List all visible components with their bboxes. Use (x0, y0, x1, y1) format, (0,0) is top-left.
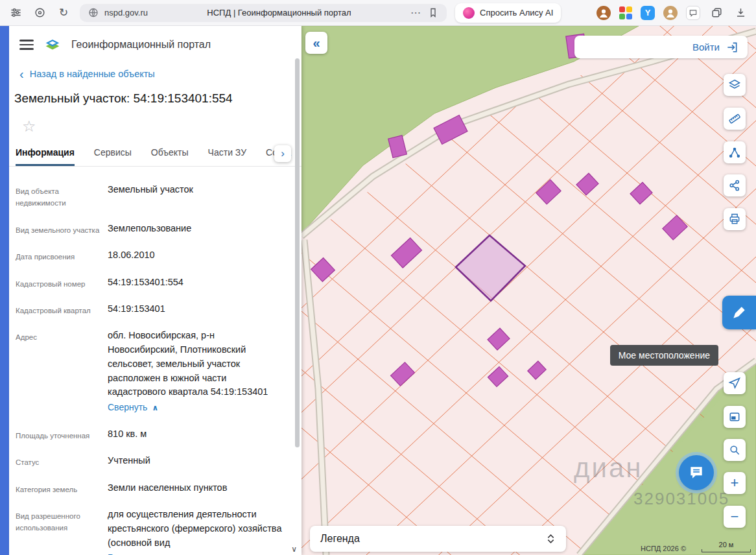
my-location-tooltip: Мое местоположение (610, 345, 718, 366)
portal-title: Геоинформационный портал (71, 39, 211, 51)
tab-scroll-right-button[interactable]: › (274, 145, 291, 162)
field-label: Категория земель (16, 481, 108, 495)
tab-objects[interactable]: Объекты (151, 147, 189, 166)
collapse-address-link[interactable]: Свернуть ∧ (108, 401, 158, 414)
login-button[interactable]: Войти (574, 36, 748, 58)
expander-chevrons-icon (546, 532, 556, 545)
my-location-button[interactable] (724, 372, 746, 394)
attribute-list: Вид объекта недвижимости Земельный участ… (9, 167, 301, 555)
ask-alice-button[interactable]: Спросить Алису AI (455, 3, 561, 23)
inset-frame-icon (728, 410, 741, 423)
field-label: Вид разрешенного использования (16, 508, 108, 555)
ruler-button[interactable] (724, 108, 746, 130)
table-row: Вид объекта недвижимости Земельный участ… (9, 183, 301, 209)
field-value: обл. Новосибирская, р-н Новосибирский, П… (108, 329, 285, 415)
table-row: Дата присвоения 18.06.2010 (9, 248, 301, 263)
table-row: Вид земельного участка Землепользование (9, 222, 301, 236)
browser-extensions: Y (597, 5, 748, 21)
table-row: Кадастровый номер 54:19:153401:554 (9, 276, 301, 290)
download-icon[interactable] (733, 5, 748, 21)
expand-usage-link[interactable]: Развернуть ∨ (108, 551, 167, 555)
field-label: Дата присвоения (16, 248, 108, 263)
comment-extension-icon[interactable] (686, 6, 700, 20)
left-edge-strip (0, 26, 9, 555)
login-icon (726, 41, 738, 54)
table-row: Площадь уточненная 810 кв. м (9, 427, 301, 442)
navigation-arrow-icon (728, 377, 741, 390)
menu-icon[interactable] (19, 38, 34, 51)
print-icon (728, 213, 741, 226)
map-watermark-text: диан (574, 453, 643, 484)
angle-measure-button[interactable] (724, 141, 746, 163)
site-globe-icon (88, 5, 99, 21)
browser-tune-icon[interactable] (8, 5, 23, 21)
page-title: Земельный участок: 54:19:153401:554 (14, 91, 286, 106)
bookmark-icon[interactable] (427, 5, 439, 21)
legend-toggle[interactable]: Легенда (310, 526, 566, 552)
map-attribution: НСПД 2026 © (641, 545, 686, 552)
alice-logo-icon (463, 7, 475, 19)
back-to-results-link[interactable]: ‹ Назад в найденные объекты (19, 69, 155, 79)
field-value: Землепользование (108, 222, 285, 236)
field-label: Адрес (16, 329, 108, 415)
tab-information[interactable]: Информация (16, 147, 75, 166)
overflow-icon[interactable]: ⋯ (410, 6, 421, 19)
field-value: 18.06.2010 (108, 248, 285, 263)
scroll-down-icon[interactable]: ∨ (291, 545, 297, 554)
collapse-panel-button[interactable]: « (305, 32, 327, 54)
chevron-left-icon: ‹ (19, 69, 24, 78)
scale-bar: 20 м (702, 541, 751, 552)
field-label: Кадастровый квартал (16, 302, 108, 316)
browser-profile-ring-icon[interactable] (32, 5, 47, 21)
caret-down-icon: ∨ (160, 552, 167, 555)
overview-map-button[interactable] (724, 406, 746, 428)
map-watermark-number: 329031005 (633, 489, 729, 509)
feedback-chat-button[interactable] (679, 455, 714, 490)
ruler-icon (728, 112, 741, 125)
palette-icon[interactable] (619, 6, 632, 19)
field-value: Земли населенных пунктов (108, 481, 285, 495)
url-text: nspd.gov.ru (104, 8, 148, 18)
tab-services[interactable]: Сервисы (94, 147, 132, 166)
magnifier-icon (728, 443, 741, 456)
browser-toolbar: ↻ nspd.gov.ru НСПД | Геоинформационный п… (0, 0, 756, 26)
tabs-icon[interactable] (709, 5, 724, 21)
table-row: Кадастровый квартал 54:19:153401 (9, 302, 301, 316)
nspd-logo-icon[interactable] (44, 36, 61, 53)
pen-icon (731, 304, 748, 321)
tab-bar: Информация Сервисы Объекты Части ЗУ Сост… (9, 139, 301, 167)
extension-avatar-icon[interactable] (597, 6, 611, 20)
field-value: для осуществления деятельности крестьянс… (108, 508, 285, 555)
field-value: Земельный участок (108, 183, 285, 209)
tab-parcel-parts[interactable]: Части ЗУ (208, 147, 246, 166)
table-row: Вид разрешенного использования для осуще… (9, 508, 301, 555)
object-info-panel: Геоинформационный портал ‹ Назад в найде… (9, 26, 301, 555)
chat-bubble-icon (688, 464, 705, 481)
yandex-extension-icon[interactable]: Y (641, 6, 655, 20)
field-label: Кадастровый номер (16, 276, 108, 290)
address-bar[interactable]: nspd.gov.ru НСПД | Геоинформационный пор… (80, 4, 447, 22)
share-button[interactable] (724, 174, 746, 196)
field-label: Площадь уточненная (16, 427, 108, 442)
panel-scrollbar[interactable] (295, 58, 300, 447)
search-area-button[interactable] (724, 439, 746, 461)
field-value: 810 кв. м (108, 427, 285, 442)
reload-icon[interactable]: ↻ (56, 5, 71, 21)
print-button[interactable] (724, 208, 746, 230)
table-row: Адрес обл. Новосибирская, р-н Новосибирс… (9, 329, 301, 415)
field-label: Статус (16, 454, 108, 468)
field-value: Учтенный (108, 454, 285, 468)
draw-tool-button[interactable] (722, 296, 756, 329)
share-icon (728, 179, 741, 192)
extension-avatar2-icon[interactable] (663, 6, 678, 20)
favorite-star-icon[interactable]: ☆ (22, 117, 36, 135)
zoom-out-button[interactable]: − (724, 506, 746, 528)
field-label: Вид земельного участка (16, 222, 108, 236)
zoom-in-button[interactable]: + (724, 472, 746, 494)
caret-up-icon: ∧ (152, 402, 158, 414)
tab-title: НСПД | Геоинформационный портал (153, 8, 405, 18)
field-value: 54:19:153401 (108, 302, 285, 316)
layers-icon (728, 78, 741, 91)
field-value: 54:19:153401:554 (108, 276, 285, 290)
layers-button[interactable] (724, 74, 746, 96)
